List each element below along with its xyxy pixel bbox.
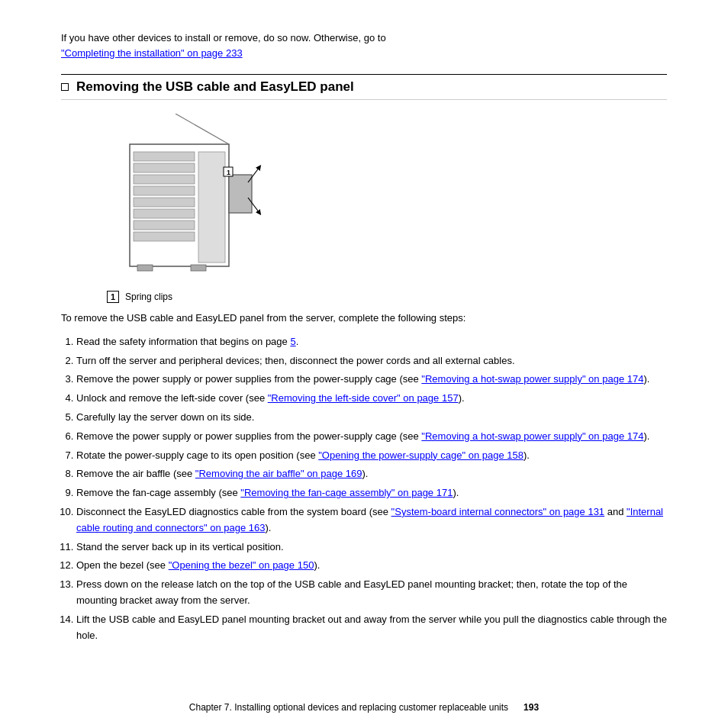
step-text: Read the safety information that begins …: [76, 336, 298, 347]
section-title: Removing the USB cable and EasyLED panel: [76, 79, 354, 95]
step-text: Remove the power supply or power supplie…: [76, 373, 649, 385]
page: If you have other devices to install or …: [0, 0, 728, 728]
svg-rect-17: [191, 265, 206, 271]
list-item: Disconnect the EasyLED diagnostics cable…: [76, 504, 667, 536]
svg-rect-7: [134, 221, 195, 230]
step-text: Open the bezel (see "Opening the bezel" …: [76, 559, 320, 571]
list-item: Press down on the release latch on the t…: [76, 577, 667, 609]
footer: Chapter 7. Installing optional devices a…: [0, 702, 728, 713]
step-text: Rotate the power-supply cage to its open…: [76, 449, 530, 461]
diagram-area: 1 1 Spring clips: [107, 114, 667, 303]
step-text: Lift the USB cable and EasyLED panel mou…: [76, 614, 667, 641]
step-link[interactable]: "Opening the bezel" on page 150: [169, 559, 314, 571]
step-link[interactable]: "Removing the fan-cage assembly" on page…: [240, 487, 453, 498]
svg-rect-9: [198, 152, 225, 263]
intro-section: If you have other devices to install or …: [61, 31, 667, 60]
svg-rect-3: [134, 175, 195, 184]
step-text: Press down on the release latch on the t…: [76, 578, 627, 606]
step-link[interactable]: 5: [290, 336, 295, 347]
list-item: Carefully lay the server down on its sid…: [76, 410, 667, 426]
step-text: Carefully lay the server down on its sid…: [76, 411, 254, 423]
step-text: Stand the server back up in its vertical…: [76, 541, 284, 552]
list-item: Read the safety information that begins …: [76, 334, 667, 350]
svg-rect-4: [134, 186, 195, 195]
list-item: Remove the power supply or power supplie…: [76, 429, 667, 445]
list-item: Lift the USB cable and EasyLED panel mou…: [76, 612, 667, 644]
svg-rect-2: [134, 163, 195, 172]
svg-rect-5: [134, 198, 195, 207]
steps-list: Read the safety information that begins …: [76, 334, 667, 644]
section-header: Removing the USB cable and EasyLED panel: [61, 74, 667, 100]
list-item: Open the bezel (see "Opening the bezel" …: [76, 558, 667, 574]
list-item: Remove the power supply or power supplie…: [76, 372, 667, 388]
step-text: Remove the air baffle (see "Removing the…: [76, 468, 368, 479]
server-diagram: 1: [107, 114, 275, 282]
list-item: Stand the server back up in its vertical…: [76, 540, 667, 556]
step-link[interactable]: "Removing a hot-swap power supply" on pa…: [421, 373, 643, 385]
section-marker-icon: [61, 83, 69, 91]
step-text: Turn off the server and peripheral devic…: [76, 355, 515, 366]
list-item: Rotate the power-supply cage to its open…: [76, 448, 667, 464]
list-item: Turn off the server and peripheral devic…: [76, 353, 667, 369]
svg-rect-6: [134, 209, 195, 218]
step-link-1[interactable]: "System-board internal connectors" on pa…: [391, 506, 605, 517]
completing-installation-link[interactable]: "Completing the installation" on page 23…: [61, 47, 243, 59]
svg-rect-11: [229, 175, 252, 213]
server-illustration: 1: [107, 114, 282, 289]
step-link[interactable]: "Opening the power-supply cage" on page …: [318, 449, 523, 461]
svg-text:1: 1: [227, 169, 230, 176]
legend-number: 1: [107, 291, 119, 303]
list-item: Remove the fan-cage assembly (see "Remov…: [76, 485, 667, 501]
list-item: Unlock and remove the left-side cover (s…: [76, 391, 667, 407]
svg-line-10: [176, 114, 229, 144]
step-link[interactable]: "Removing the air baffle" on page 169: [195, 468, 362, 479]
step-text: Disconnect the EasyLED diagnostics cable…: [76, 506, 663, 533]
body-intro: To remove the USB cable and EasyLED pane…: [61, 311, 667, 327]
legend-text: Spring clips: [125, 292, 172, 302]
intro-text: If you have other devices to install or …: [61, 32, 386, 43]
step-link[interactable]: "Removing the left-side cover" on page 1…: [268, 392, 459, 404]
svg-rect-1: [134, 152, 195, 161]
legend-row: 1 Spring clips: [107, 291, 172, 303]
step-link[interactable]: "Removing a hot-swap power supply" on pa…: [421, 430, 643, 442]
step-text: Remove the power supply or power supplie…: [76, 430, 649, 442]
svg-rect-8: [134, 232, 195, 241]
step-text: Unlock and remove the left-side cover (s…: [76, 392, 465, 404]
footer-chapter: Chapter 7. Installing optional devices a…: [189, 702, 508, 713]
step-text: Remove the fan-cage assembly (see "Remov…: [76, 487, 459, 498]
footer-page: 193: [523, 702, 539, 713]
svg-rect-16: [137, 265, 153, 271]
list-item: Remove the air baffle (see "Removing the…: [76, 466, 667, 482]
